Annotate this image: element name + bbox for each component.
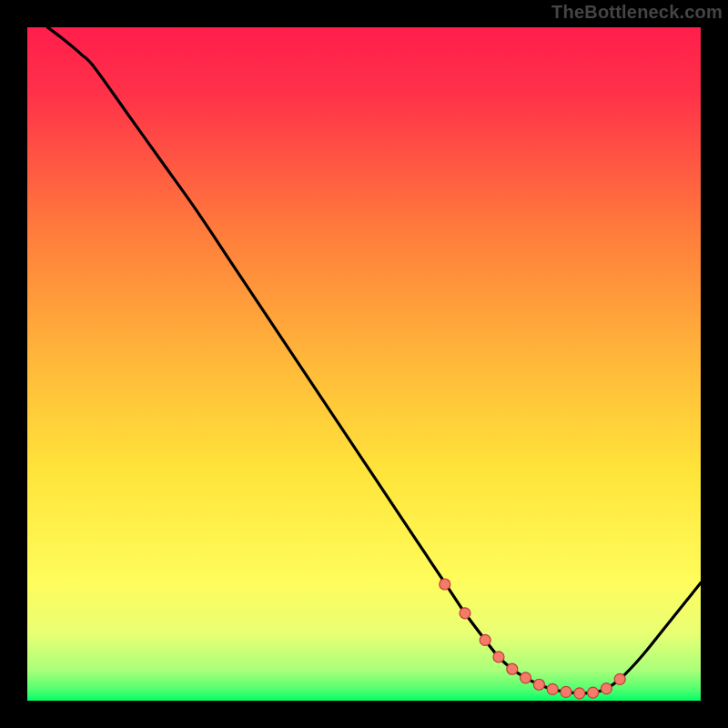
- marker-dot: [561, 686, 571, 697]
- watermark-text: TheBottleneck.com: [551, 2, 723, 23]
- marker-dot: [507, 663, 518, 674]
- chart-frame: TheBottleneck.com: [0, 0, 728, 728]
- marker-dot: [588, 687, 599, 698]
- marker-dot: [574, 688, 585, 699]
- marker-dot: [601, 683, 612, 694]
- marker-dot: [440, 579, 450, 590]
- marker-dot: [521, 672, 531, 683]
- bottleneck-chart: [0, 0, 728, 728]
- marker-dot: [547, 683, 558, 694]
- marker-dot: [614, 673, 625, 684]
- marker-dot: [533, 679, 544, 690]
- plot-background: [27, 27, 701, 701]
- marker-dot: [460, 608, 470, 619]
- marker-dot: [493, 652, 504, 662]
- marker-dot: [480, 634, 490, 645]
